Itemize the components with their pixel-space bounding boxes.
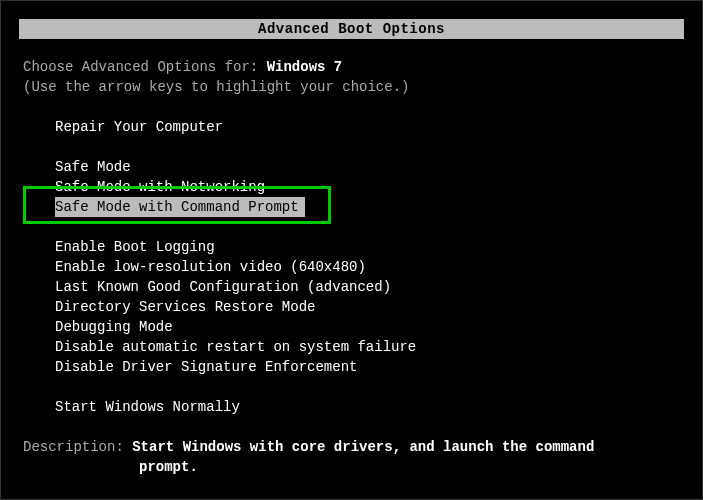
description-line-2: prompt. [23,457,680,477]
option-directory-services-restore[interactable]: Directory Services Restore Mode [55,297,680,317]
description-label: Description: [23,439,132,455]
selected-option-text: Safe Mode with Command Prompt [55,197,305,217]
option-safe-mode-networking[interactable]: Safe Mode with Networking [55,177,680,197]
spacer [55,377,680,397]
options-list[interactable]: Repair Your Computer Safe Mode Safe Mode… [23,117,680,417]
option-low-resolution-video[interactable]: Enable low-resolution video (640x480) [55,257,680,277]
option-disable-driver-signature[interactable]: Disable Driver Signature Enforcement [55,357,680,377]
description-text-1: Start Windows with core drivers, and lau… [132,439,594,455]
prompt-prefix: Choose Advanced Options for: [23,59,267,75]
description-block: Description: Start Windows with core dri… [23,437,680,477]
option-start-windows-normally[interactable]: Start Windows Normally [55,397,680,417]
title-bar: Advanced Boot Options [19,19,684,39]
instruction-text: (Use the arrow keys to highlight your ch… [23,77,680,97]
spacer [55,137,680,157]
title-text: Advanced Boot Options [258,21,445,37]
option-repair-your-computer[interactable]: Repair Your Computer [55,117,680,137]
option-disable-auto-restart[interactable]: Disable automatic restart on system fail… [55,337,680,357]
spacer [55,217,680,237]
prompt-line: Choose Advanced Options for: Windows 7 [23,57,680,77]
content-area: Choose Advanced Options for: Windows 7 (… [1,39,702,495]
option-enable-boot-logging[interactable]: Enable Boot Logging [55,237,680,257]
description-text-2: prompt. [139,459,198,475]
option-last-known-good-config[interactable]: Last Known Good Configuration (advanced) [55,277,680,297]
option-safe-mode-command-prompt[interactable]: Safe Mode with Command Prompt [55,197,680,217]
option-safe-mode[interactable]: Safe Mode [55,157,680,177]
description-line-1: Description: Start Windows with core dri… [23,437,680,457]
os-name: Windows 7 [267,59,343,75]
option-debugging-mode[interactable]: Debugging Mode [55,317,680,337]
